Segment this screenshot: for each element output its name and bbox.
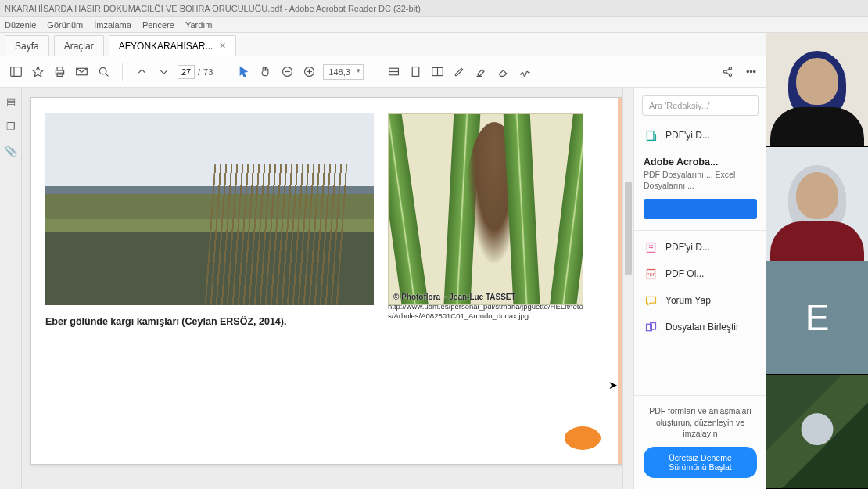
highlight-icon[interactable] xyxy=(474,64,490,80)
svg-point-7 xyxy=(99,67,106,74)
tab-strip: Sayfa Araçlar AFYONKARAHİSAR... ✕ xyxy=(0,33,766,56)
create-pdf-icon: PDF xyxy=(644,267,658,281)
start-trial-button[interactable]: Ücretsiz Deneme Sürümünü Başlat xyxy=(644,447,757,478)
svg-rect-17 xyxy=(413,67,420,77)
menubar: Düzenle Görünüm İmzalama Pencere Yardım xyxy=(0,17,868,33)
figure-credit: © Photoflora – Jean-Luc TASSET xyxy=(393,293,516,301)
tool-edit-pdf[interactable]: PDF'yi D... xyxy=(634,234,766,261)
menu-window[interactable]: Pencere xyxy=(142,20,174,30)
page-sep: / xyxy=(198,67,200,77)
start-trial-label: Ücretsiz Deneme Sürümünü Başlat xyxy=(669,453,732,472)
read-mode-icon[interactable] xyxy=(430,64,446,80)
tool-export-pdf[interactable]: PDF'yi D... xyxy=(634,122,766,149)
participant-tile-1[interactable] xyxy=(766,33,868,147)
svg-point-28 xyxy=(753,70,755,72)
tab-file-label: AFYONKARAHİSAR... xyxy=(119,41,213,52)
figure-arundo-donax: © Photoflora – Jean-Luc TASSET xyxy=(388,113,583,305)
page-current-input[interactable] xyxy=(178,65,195,79)
zoom-out-icon[interactable] xyxy=(279,64,295,80)
menu-edit[interactable]: Düzenle xyxy=(5,20,36,30)
zoom-select[interactable]: 148,3 xyxy=(323,64,364,80)
tool-create-pdf[interactable]: PDF PDF Ol... xyxy=(634,261,766,287)
svg-marker-2 xyxy=(32,67,43,77)
window-title: NKARAHİSARDA HASIR DOKUMACILĞI VE BOHRA … xyxy=(5,4,421,13)
sidebar-toggle-icon[interactable] xyxy=(8,64,23,80)
tools-search-input[interactable]: Ara 'Redaksiy...' xyxy=(642,95,759,116)
comment-icon xyxy=(644,293,658,307)
search-icon[interactable] xyxy=(95,64,111,80)
figure-lake-reeds xyxy=(45,113,374,305)
tools-section-title: Adobe Acroba... xyxy=(634,149,766,169)
zoom-in-icon[interactable] xyxy=(301,64,317,80)
export-pdf-icon xyxy=(644,128,658,142)
menu-view[interactable]: Görünüm xyxy=(47,20,83,30)
combine-icon xyxy=(644,320,658,334)
edit-pdf-icon xyxy=(644,240,658,254)
tools-footer: PDF formları ve anlaşmaları oluşturun, d… xyxy=(634,395,766,489)
star-icon[interactable] xyxy=(30,64,45,80)
fit-width-icon[interactable] xyxy=(386,64,402,80)
tools-search-placeholder: Ara 'Redaksiy...' xyxy=(649,101,710,110)
sign-icon[interactable] xyxy=(518,64,533,80)
tool-edit-pdf-label: PDF'yi D... xyxy=(665,242,710,253)
svg-rect-29 xyxy=(647,131,654,140)
mail-icon[interactable] xyxy=(74,64,89,80)
rail-attachment-icon[interactable]: 📎 xyxy=(4,144,18,158)
annotate-icon[interactable] xyxy=(452,64,468,80)
close-icon[interactable]: ✕ xyxy=(219,41,226,51)
svg-line-24 xyxy=(726,69,729,71)
svg-rect-4 xyxy=(57,67,63,70)
tab-tools[interactable]: Araçlar xyxy=(54,35,104,56)
select-tool-icon[interactable] xyxy=(235,64,251,80)
tool-combine-label: Dosyaları Birleştir xyxy=(665,322,739,333)
participant-tile-3[interactable]: E xyxy=(766,261,868,376)
pdf-page: © Photoflora – Jean-Luc TASSET Eber gölü… xyxy=(30,97,625,465)
participant-tile-4[interactable] xyxy=(766,375,868,489)
share-icon[interactable] xyxy=(719,64,735,80)
document-scroll[interactable]: © Photoflora – Jean-Luc TASSET Eber gölü… xyxy=(22,88,633,489)
svg-line-25 xyxy=(726,72,729,74)
rail-bookmarks-icon[interactable]: ❐ xyxy=(4,119,18,133)
tools-footer-msg: PDF formları ve anlaşmaları oluşturun, d… xyxy=(644,405,757,439)
tab-home[interactable]: Sayfa xyxy=(5,35,49,56)
tools-pane: Ara 'Redaksiy...' PDF'yi D... Adobe Acro… xyxy=(633,88,766,489)
vertical-scrollbar[interactable] xyxy=(622,88,633,489)
page-up-icon[interactable] xyxy=(134,64,149,80)
participant-tile-2[interactable] xyxy=(766,147,868,261)
window-titlebar: NKARAHİSARDA HASIR DOKUMACILĞI VE BOHRA … xyxy=(0,0,868,17)
avatar-letter: E xyxy=(805,297,830,339)
menu-help[interactable]: Yardım xyxy=(185,20,213,30)
tool-comment-label: Yorum Yap xyxy=(665,295,711,306)
tools-convert-button[interactable] xyxy=(644,199,757,219)
cursor-icon: ➤ xyxy=(608,379,618,391)
tab-file[interactable]: AFYONKARAHİSAR... ✕ xyxy=(109,35,237,56)
rail-thumbnails-icon[interactable]: ▤ xyxy=(4,94,18,108)
tools-section-sub: PDF Dosyalarını ... Excel Dosyalarını ..… xyxy=(634,169,766,199)
tool-export-pdf-label: PDF'yi D... xyxy=(665,130,710,141)
tab-tools-label: Araçlar xyxy=(64,41,94,52)
svg-line-8 xyxy=(106,74,108,76)
hand-tool-icon[interactable] xyxy=(257,64,273,80)
tab-home-label: Sayfa xyxy=(15,41,39,52)
tool-create-pdf-label: PDF Ol... xyxy=(665,268,704,279)
fit-page-icon[interactable] xyxy=(408,64,424,80)
svg-rect-0 xyxy=(10,67,21,77)
document-area: ▤ ❐ 📎 xyxy=(0,88,633,489)
tools-divider xyxy=(634,230,766,231)
svg-point-27 xyxy=(750,70,751,72)
toolbar-separator xyxy=(375,63,375,81)
menu-sign[interactable]: İmzalama xyxy=(94,20,131,30)
tool-comment[interactable]: Yorum Yap xyxy=(634,287,766,314)
print-icon[interactable] xyxy=(52,64,67,80)
more-icon[interactable] xyxy=(743,64,759,80)
nav-rail: ▤ ❐ 📎 xyxy=(0,88,22,489)
scrollbar-thumb[interactable] xyxy=(625,182,632,275)
page-total: 73 xyxy=(203,67,213,77)
toolbar: / 73 148,3 xyxy=(0,56,766,88)
svg-text:PDF: PDF xyxy=(646,272,655,277)
erase-icon[interactable] xyxy=(496,64,511,80)
tool-combine[interactable]: Dosyaları Birleştir xyxy=(634,314,766,340)
svg-point-26 xyxy=(747,70,748,72)
page-down-icon[interactable] xyxy=(156,64,171,80)
toolbar-separator xyxy=(122,63,123,81)
